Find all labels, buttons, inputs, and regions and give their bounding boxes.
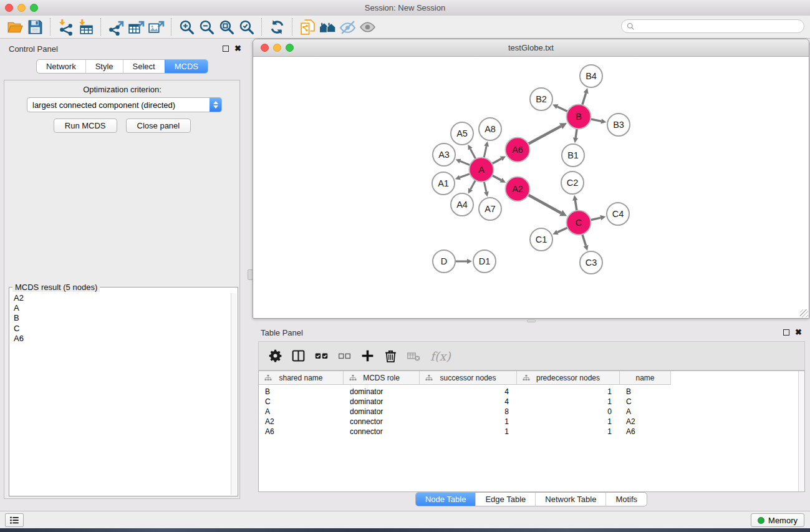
table-cell[interactable]: A2 [620, 417, 671, 427]
tab-select[interactable]: Select [123, 60, 165, 73]
hide-details-icon[interactable] [337, 17, 357, 37]
export-table-icon[interactable] [126, 17, 146, 37]
plus-icon[interactable] [359, 347, 376, 365]
table-scrollbar[interactable] [798, 371, 804, 491]
table-cell[interactable]: connector [344, 417, 420, 427]
table-cell[interactable]: 4 [420, 397, 517, 407]
check-pair-icon[interactable] [312, 347, 330, 365]
toolbar-separator [292, 18, 292, 36]
table-row[interactable]: Bdominator41B [259, 387, 671, 397]
table-cell[interactable]: 0 [517, 407, 620, 417]
result-item[interactable]: B [11, 313, 231, 323]
close-window-button[interactable] [5, 4, 13, 12]
float-panel-icon[interactable] [223, 46, 229, 52]
home-icon[interactable] [317, 17, 337, 37]
table-cell[interactable]: 1 [517, 397, 620, 407]
show-eye-icon[interactable] [357, 17, 377, 37]
table-cell[interactable]: connector [344, 427, 420, 437]
table-tab-motifs[interactable]: Motifs [605, 493, 647, 506]
table-cell[interactable]: 1 [420, 417, 517, 427]
table-cell[interactable]: 1 [420, 427, 517, 437]
table-cell[interactable]: 1 [517, 417, 620, 427]
table-cell[interactable]: C [620, 397, 671, 407]
tab-style[interactable]: Style [85, 60, 123, 73]
memory-button[interactable]: Memory [751, 513, 804, 527]
network-graph[interactable]: B4B2BB3A5A8A6B1A3AC2A1A2A4A7C4CC1DD1C3 [253, 57, 809, 319]
export-network-icon[interactable] [106, 17, 126, 37]
table-cell[interactable]: dominator [344, 397, 420, 407]
minimize-window-button[interactable] [17, 4, 26, 12]
search-input[interactable] [638, 21, 804, 31]
refresh-icon[interactable] [267, 17, 287, 37]
table-cell[interactable]: dominator [344, 407, 420, 417]
graph-node-label: B1 [567, 150, 579, 160]
float-table-panel-icon[interactable] [783, 329, 789, 336]
result-item[interactable]: A2 [11, 293, 231, 303]
table-cell[interactable]: dominator [344, 387, 420, 397]
network-file-icon[interactable] [297, 17, 317, 37]
zoom-fit-icon[interactable] [216, 17, 236, 37]
table-cell[interactable]: A2 [259, 417, 344, 427]
import-network-icon[interactable] [55, 17, 75, 37]
open-folder-icon[interactable] [5, 17, 25, 37]
zoom-out-icon[interactable] [196, 17, 216, 37]
tab-network[interactable]: Network [37, 60, 85, 73]
table-toolbar: f(x) [258, 341, 805, 370]
close-table-panel-icon[interactable]: ✖ [795, 329, 802, 336]
horizontal-divider-handle[interactable] [527, 319, 536, 322]
table-cell[interactable]: B [620, 387, 671, 397]
table-cell[interactable]: A6 [620, 427, 671, 437]
result-scrollbar[interactable] [231, 293, 237, 495]
table-row[interactable]: A6connector11A6 [259, 427, 671, 437]
table-cell[interactable]: A [259, 407, 344, 417]
trash-icon[interactable] [382, 347, 399, 365]
list-icon [9, 515, 19, 525]
criterion-dropdown[interactable]: largest connected component (directed) [27, 97, 222, 112]
table-cell[interactable]: A [620, 407, 671, 417]
column-header-MCDS-role[interactable]: MCDS role [344, 371, 420, 385]
edge-arrow-icon [584, 245, 589, 251]
table-cell[interactable]: 1 [517, 387, 620, 397]
table-row[interactable]: A2connector11A2 [259, 417, 671, 427]
table-cell[interactable]: C [259, 397, 344, 407]
columns-icon[interactable] [289, 347, 307, 365]
table-row[interactable]: Adominator80A [259, 407, 671, 417]
table-cell[interactable]: A6 [259, 427, 344, 437]
zoom-window-button[interactable] [30, 4, 38, 12]
export-image-icon[interactable] [146, 17, 166, 37]
table-row[interactable]: Cdominator41C [259, 397, 671, 407]
table-tab-edge-table[interactable]: Edge Table [475, 493, 535, 506]
uncheck-pair-icon[interactable] [335, 347, 353, 365]
network-window-titlebar[interactable]: testGlobe.txt [253, 39, 809, 57]
table-cell[interactable]: 8 [420, 407, 517, 417]
column-header-successor-nodes[interactable]: successor nodes [420, 371, 517, 385]
table-cell[interactable]: 4 [420, 387, 517, 397]
tab-mcds[interactable]: MCDS [165, 60, 208, 73]
resize-grip[interactable] [800, 309, 808, 317]
table-tab-node-table[interactable]: Node Table [416, 493, 476, 506]
table-cell[interactable]: 1 [517, 427, 620, 437]
mcds-result-box: A2ABCA6 [9, 287, 238, 496]
zoom-selected-icon[interactable] [236, 17, 256, 37]
save-icon[interactable] [25, 17, 45, 37]
result-item[interactable]: A [11, 303, 231, 313]
table-cell[interactable]: B [259, 387, 344, 397]
zoom-view-button[interactable] [286, 44, 294, 52]
close-view-button[interactable] [261, 44, 269, 52]
result-item[interactable]: C [11, 324, 231, 334]
table-tab-network-table[interactable]: Network Table [535, 493, 605, 506]
network-canvas[interactable]: B4B2BB3A5A8A6B1A3AC2A1A2A4A7C4CC1DD1C3 [253, 57, 809, 318]
column-header-name[interactable]: name [620, 371, 671, 385]
gear-icon[interactable] [266, 347, 284, 365]
import-table-icon[interactable] [75, 17, 95, 37]
column-header-shared-name[interactable]: shared name [259, 371, 344, 385]
column-header-predecessor-nodes[interactable]: predecessor nodes [517, 371, 620, 385]
close-panel-icon[interactable]: ✖ [234, 45, 241, 52]
minimize-view-button[interactable] [273, 44, 281, 52]
search-field[interactable] [621, 19, 804, 33]
close-panel-button[interactable]: Close panel [126, 118, 191, 133]
result-item[interactable]: A6 [11, 334, 231, 344]
task-history-button[interactable] [5, 513, 24, 527]
zoom-in-icon[interactable] [176, 17, 196, 37]
run-mcds-button[interactable]: Run MCDS [54, 118, 117, 133]
